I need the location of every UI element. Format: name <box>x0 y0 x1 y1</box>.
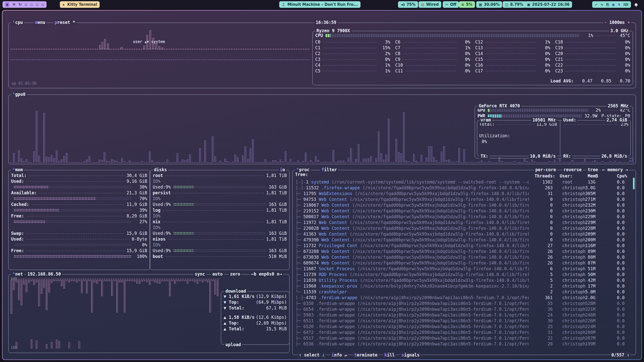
process-row[interactable]: ├─ 6350 .ferdium-wrappe (/nix/store/a1pj… <box>295 301 633 306</box>
io-mode-toggle[interactable]: io <box>279 167 287 173</box>
cpu-header[interactable]: Cpu% <box>607 173 627 179</box>
process-row[interactable]: [-]~4783 .ferdium-wrappe (/nix/store/a1p… <box>295 295 633 301</box>
bolt-icon[interactable]: ↯ <box>618 3 621 7</box>
user-header[interactable]: User: <box>560 173 573 179</box>
mem-meter-row: 30% <box>11 184 147 190</box>
process-row[interactable]: ├─ 673288 Web Content (/nix/store/fqadd0… <box>295 249 633 254</box>
disk-entry: log1,81 TiB <box>153 207 287 213</box>
per-core-toggle[interactable]: per-core <box>534 167 557 173</box>
cpu-value: 5% <box>466 2 472 7</box>
update-interval-control[interactable]: - 1000ms + <box>603 20 631 25</box>
mem-header[interactable]: MemB <box>575 173 598 179</box>
process-row[interactable]: ├─ 11972 Web Content (/nix/store/fqadd0b… <box>295 220 633 225</box>
download-title: download <box>224 288 247 294</box>
process-row[interactable]: ├─ 41363 Web Content (/nix/store/fqadd0b… <box>295 231 633 237</box>
network-module[interactable]: ▤ Wired <box>419 1 441 8</box>
process-row[interactable]: ├─ 6517 .ferdium-wrappe (/nix/store/a1pj… <box>295 335 633 341</box>
process-scrollbar[interactable] <box>633 178 635 189</box>
gpu-box: ⁵gpu0 GeForce RTX 4070 2565 MHz GPU 2% 4… <box>8 95 636 164</box>
mem-row: Cached:11,9 GiB <box>11 202 147 207</box>
clipboard-icon[interactable]: ⎘ <box>606 3 609 7</box>
process-row[interactable]: ├─ 673038 Web Content (/nix/store/fqadd0… <box>295 254 633 260</box>
clock-module[interactable]: ▣ 2025-07-22 16:36 <box>525 1 572 8</box>
process-row[interactable]: ├─ 11839 Utility Process (/nix/store/fqa… <box>295 278 633 283</box>
cat-icon[interactable]: ᴥ <box>5 2 9 7</box>
nix-snowflake-icon[interactable]: ❄ <box>12 2 16 7</box>
disk-entry: boot510 MiB <box>153 254 287 259</box>
process-row[interactable]: ├─ 6536 .ferdium-wrappe (/nix/store/a1pj… <box>295 341 633 347</box>
sort-column-selector[interactable]: ← memory → <box>601 167 629 173</box>
process-row[interactable]: ├─ 11739 RDD Process (/nix/store/fqadd0b… <box>295 272 633 278</box>
cpu-core-row: C110% <box>395 68 470 74</box>
process-row[interactable]: ├─ 94753 Web Content (/nix/store/fqadd0b… <box>295 197 633 202</box>
process-row[interactable]: ├─ 6511 .ferdium-wrappe (/nix/store/a1pj… <box>295 318 633 324</box>
process-row[interactable]: ├─ 6520 .ferdium-wrappe (/nix/store/a1pj… <box>295 324 633 330</box>
circle-icon[interactable]: ◉ <box>612 3 615 7</box>
process-row[interactable]: ├─ 11968 .keepassxc-prox (/nix/store/bsl… <box>295 283 633 289</box>
filter-button[interactable]: filter <box>320 167 338 173</box>
btop-monitor: ¹cpu menu preset * 16:36:59 - 1000ms + u… <box>3 11 641 359</box>
cpu-core-row: C180% <box>555 39 630 45</box>
cpu-core-row: C130% <box>475 45 550 51</box>
interface-selector[interactable]: ←b enp8s0 n→ <box>250 271 283 277</box>
process-row[interactable]: ├─ 220028 Web Content (/nix/store/fqadd0… <box>295 225 633 231</box>
window-icon[interactable]: ▫ <box>30 2 33 7</box>
cpu-core-row: C30% <box>315 57 390 62</box>
sync-toggle[interactable]: sync <box>193 271 206 277</box>
cpu-core-row: C210% <box>555 57 630 62</box>
vram-util-value-row: 0% <box>482 139 628 145</box>
auto-toggle[interactable]: auto <box>211 271 224 277</box>
window-icon[interactable]: ▫ <box>36 2 38 7</box>
process-row[interactable]: ├─ 689674 Web Content (/nix/store/fqadd0… <box>295 260 633 266</box>
refresh-icon[interactable]: ↻ <box>19 2 22 7</box>
check-icon[interactable]: ✔ <box>595 3 598 7</box>
process-row[interactable]: [-]-1 systemd (/run/current-system/syste… <box>295 179 633 185</box>
threads-header[interactable]: Threads: <box>525 173 555 179</box>
bell-icon[interactable] <box>635 3 637 6</box>
window-icon[interactable]: ▫ <box>42 2 44 7</box>
process-row[interactable]: ├─ 11607 Socket Process (/nix/store/fqad… <box>295 266 633 272</box>
process-row[interactable]: └─ 11539 crashhelper 2christoph5.0M0.0 <box>295 289 633 295</box>
process-row[interactable]: ├─ 6472 .ferdium-wrappe (/nix/store/a1pj… <box>295 330 633 335</box>
preset-button[interactable]: preset * <box>53 20 76 25</box>
keyboard-icon[interactable]: ⌨ <box>623 3 628 7</box>
process-row[interactable]: ├─ 6654 .ferdium-wrappe (/nix/store/a1pj… <box>295 306 633 312</box>
signals-control[interactable]: signals <box>400 352 421 358</box>
process-row[interactable]: ├─ 11795 WebExtensions (/nix/store/fqadd… <box>295 191 633 197</box>
memory-module[interactable]: ▦ 30.06% <box>476 1 502 8</box>
wave-icon[interactable]: ∿ <box>600 3 603 7</box>
disk-module[interactable]: ◫ 8.79% <box>503 1 526 8</box>
mem-meter-row: 100% <box>11 254 147 259</box>
process-row[interactable]: ├─ 219152 Web Content (/nix/store/fqadd0… <box>295 208 633 214</box>
process-row[interactable]: ├─ 5983 .ferdium-wrappe (/nix/store/a1pj… <box>295 312 633 318</box>
network-box-title: ³net <box>11 271 24 277</box>
mem-row: Used:0-Byte <box>11 236 147 242</box>
process-row[interactable]: [-]-11532 .firefox-wrappe (/nix/store/fq… <box>295 185 633 191</box>
net-stat-row: ▼ 1,61 KiB/s(12,9 Kibps) <box>224 294 287 299</box>
process-count: 0/557 ↑ <box>610 352 631 358</box>
tree-toggle[interactable]: tree <box>586 167 599 173</box>
volume-module[interactable]: ◄) 75% <box>398 1 418 8</box>
reverse-toggle[interactable]: reverse <box>562 167 583 173</box>
music-player-widget[interactable]: ♫ Minuit Machine – Don't Run Fro... <box>279 1 360 8</box>
toggle-module[interactable]: ✂ Off <box>443 1 459 8</box>
process-row[interactable]: ├─ 580017 Web Content (/nix/store/fqadd0… <box>295 214 633 220</box>
vram-util-label-row: Utilization: <box>479 133 628 139</box>
info-control[interactable]: info ↵ <box>330 352 348 358</box>
kill-control[interactable]: kill <box>383 352 396 358</box>
menu-button[interactable]: menu <box>34 20 47 25</box>
window-icon[interactable]: ▫ <box>25 2 27 7</box>
memory-value: 30.06% <box>484 2 500 7</box>
vram-title: vram <box>479 117 492 123</box>
process-row[interactable]: ├─ 479390 Web Content (/nix/store/fqadd0… <box>295 237 633 243</box>
process-row[interactable]: ├─ 218067 Web Content (/nix/store/fqadd0… <box>295 202 633 208</box>
terminal-button[interactable]: ᴥ Kitty Terminal <box>60 1 100 8</box>
cpu-module[interactable]: ⊙ 5% <box>459 1 475 8</box>
select-control[interactable]: ↑ select ↓ <box>298 352 326 358</box>
terminate-control[interactable]: terminate <box>353 352 379 358</box>
process-row[interactable]: ├─ 11732 Privileged Cont (/nix/store/fqa… <box>295 243 633 249</box>
zero-toggle[interactable]: zero <box>229 271 242 277</box>
memory-chip-icon: ▦ <box>479 3 482 7</box>
cpu-model-label: Ryzen 9 7900X <box>315 28 351 34</box>
vram-used-label: Used: <box>562 117 577 123</box>
